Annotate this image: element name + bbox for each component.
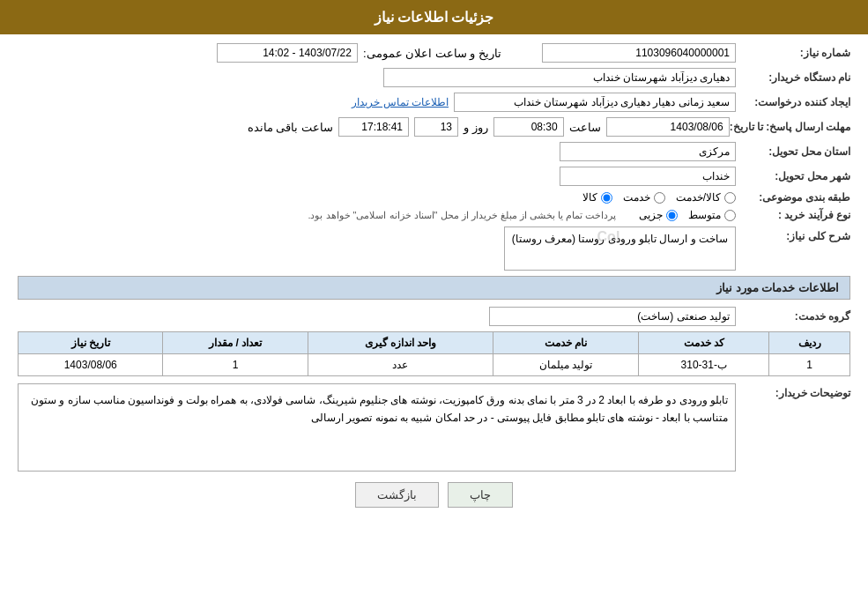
radio-kala-khedmat-label: کالا/خدمت bbox=[676, 191, 721, 204]
col-tarikh: تاریخ نیاز bbox=[19, 332, 163, 354]
cell-nam: تولید میلمان bbox=[493, 354, 639, 376]
ostan-input[interactable] bbox=[560, 142, 736, 161]
rooz-input[interactable] bbox=[414, 117, 458, 137]
cell-radif: 1 bbox=[769, 354, 850, 376]
radio-khedmat-input[interactable] bbox=[654, 192, 665, 204]
ostan-wrap bbox=[18, 142, 736, 161]
cell-kod: ب-31-310 bbox=[639, 354, 769, 376]
cell-vahed: عدد bbox=[308, 354, 493, 376]
row-tabaqe: طبقه بندی موضوعی: کالا/خدمت خدمت کالا bbox=[18, 191, 850, 204]
tabaqe-label: طبقه بندی موضوعی: bbox=[736, 191, 850, 204]
shomara-label: شماره نیاز: bbox=[736, 47, 850, 59]
radio-jozii: جزیی bbox=[639, 209, 678, 221]
nam-dastgah-wrap bbox=[18, 68, 736, 87]
row-shomara: شماره نیاز: تاریخ و ساعت اعلان عمومی: bbox=[18, 43, 850, 63]
main-content: شماره نیاز: تاریخ و ساعت اعلان عمومی: نا… bbox=[0, 34, 868, 527]
radio-khedmat: خدمت bbox=[623, 191, 665, 204]
grooh-input[interactable] bbox=[489, 307, 736, 326]
mohlat-wrap: ساعت روز و ساعت باقی مانده bbox=[18, 117, 730, 137]
bottom-buttons: چاپ بازگشت bbox=[18, 482, 850, 508]
radio-motasat: متوسط bbox=[688, 209, 736, 221]
tozihat-textarea[interactable] bbox=[18, 383, 736, 472]
col-kod: کد خدمت bbox=[639, 332, 769, 354]
nam-dastgah-input[interactable] bbox=[383, 68, 736, 87]
tabaqe-wrap: کالا/خدمت خدمت کالا bbox=[18, 191, 736, 204]
col-radif: ردیف bbox=[769, 332, 850, 354]
radio-kala-label: کالا bbox=[582, 191, 597, 204]
bazgasht-button[interactable]: بازگشت bbox=[355, 482, 439, 508]
page-header: جزئیات اطلاعات نیاز bbox=[0, 0, 868, 34]
shahr-input[interactable] bbox=[560, 167, 736, 186]
tabaqe-radio-group: کالا/خدمت خدمت کالا bbox=[582, 191, 736, 204]
chap-button[interactable]: چاپ bbox=[448, 482, 513, 508]
ostan-label: استان محل تحویل: bbox=[736, 145, 850, 158]
farayand-label: نوع فرآیند خرید : bbox=[736, 209, 850, 221]
cell-tedad: 1 bbox=[163, 354, 308, 376]
mohlat-label: مهلت ارسال پاسخ: تا تاریخ: bbox=[730, 121, 850, 133]
col-tedad: تعداد / مقدار bbox=[163, 332, 308, 354]
khadamat-table: ردیف کد خدمت نام خدمت واحد اندازه گیری ت… bbox=[18, 331, 850, 376]
radio-jozii-label: جزیی bbox=[639, 209, 663, 221]
grooh-wrap bbox=[18, 307, 736, 326]
shahr-label: شهر محل تحویل: bbox=[736, 170, 850, 182]
row-shahr: شهر محل تحویل: bbox=[18, 167, 850, 186]
shahr-wrap bbox=[18, 167, 736, 186]
col-text: Col bbox=[505, 229, 620, 245]
radio-text: پرداخت تمام یا بخشی از مبلغ خریدار از مح… bbox=[308, 210, 616, 221]
tarikh-saat-input[interactable] bbox=[217, 43, 358, 63]
mande-label: ساعت باقی مانده bbox=[248, 121, 333, 134]
khadamat-header-text: اطلاعات خدمات مورد نیاز bbox=[716, 281, 839, 294]
mande-input[interactable] bbox=[338, 117, 409, 137]
sharh-wrap: ساخت و ارسال تابلو ورودی روستا (معرف روس… bbox=[18, 227, 736, 271]
radio-kala-khedmat: کالا/خدمت bbox=[676, 191, 736, 204]
radio-kala-khedmat-input[interactable] bbox=[724, 192, 736, 204]
row-mohlat: مهلت ارسال پاسخ: تا تاریخ: ساعت روز و سا… bbox=[18, 117, 850, 137]
nam-dastgah-label: نام دستگاه خریدار: bbox=[736, 71, 850, 84]
saat-input[interactable] bbox=[493, 117, 564, 137]
shomara-wrap: تاریخ و ساعت اعلان عمومی: bbox=[18, 43, 736, 63]
row-ostan: استان محل تحویل: bbox=[18, 142, 850, 161]
col-nam: نام خدمت bbox=[493, 332, 639, 354]
radio-khedmat-label: خدمت bbox=[623, 191, 650, 204]
ijad-wrap: اطلاعات تماس خریدار bbox=[18, 93, 736, 112]
farayand-wrap: متوسط جزیی پرداخت تمام یا بخشی از مبلغ خ… bbox=[18, 209, 736, 221]
ijad-label: ایجاد کننده درخواست: bbox=[736, 96, 850, 108]
row-tozihat: توضیحات خریدار: bbox=[18, 383, 850, 472]
tozihat-wrap bbox=[18, 383, 736, 472]
tarikh-saat-label: تاریخ و ساعت اعلان عمومی: bbox=[363, 47, 501, 60]
page-wrapper: جزئیات اطلاعات نیاز شماره نیاز: تاریخ و … bbox=[0, 0, 868, 609]
ettelaat-tamas-link[interactable]: اطلاعات تماس خریدار bbox=[352, 96, 449, 108]
radio-motasat-label: متوسط bbox=[688, 209, 721, 221]
row-farayand: نوع فرآیند خرید : متوسط جزیی پرداخت تمام… bbox=[18, 209, 850, 221]
farayand-radio-group: متوسط جزیی bbox=[639, 209, 736, 221]
sharh-label: شرح کلی نیاز: bbox=[736, 227, 850, 242]
tozihat-label: توضیحات خریدار: bbox=[736, 383, 850, 399]
radio-kala-input[interactable] bbox=[601, 192, 612, 204]
shomara-input[interactable] bbox=[542, 43, 736, 63]
row-nam-dastgah: نام دستگاه خریدار: bbox=[18, 68, 850, 87]
cell-tarikh: 1403/08/06 bbox=[19, 354, 163, 376]
rooz-label: روز و bbox=[464, 121, 488, 134]
saat-label: ساعت bbox=[569, 121, 601, 134]
grooh-label: گروه خدمت: bbox=[736, 310, 850, 323]
tarikh-input[interactable] bbox=[606, 117, 730, 137]
ijad-input[interactable] bbox=[454, 93, 736, 112]
radio-motasat-input[interactable] bbox=[724, 210, 736, 221]
table-row: 1ب-31-310تولید میلمانعدد11403/08/06 bbox=[19, 354, 850, 376]
page-title: جزئیات اطلاعات نیاز bbox=[375, 10, 494, 25]
khadamat-section-header: اطلاعات خدمات مورد نیاز bbox=[18, 276, 850, 300]
khadamat-table-section: ردیف کد خدمت نام خدمت واحد اندازه گیری ت… bbox=[18, 331, 850, 376]
row-ijad: ایجاد کننده درخواست: اطلاعات تماس خریدار bbox=[18, 93, 850, 112]
row-sharh: شرح کلی نیاز: ساخت و ارسال تابلو ورودی ر… bbox=[18, 227, 850, 271]
row-grooh: گروه خدمت: bbox=[18, 307, 850, 326]
radio-jozii-input[interactable] bbox=[666, 210, 678, 221]
radio-kala: کالا bbox=[582, 191, 612, 204]
col-vahed: واحد اندازه گیری bbox=[308, 332, 493, 354]
